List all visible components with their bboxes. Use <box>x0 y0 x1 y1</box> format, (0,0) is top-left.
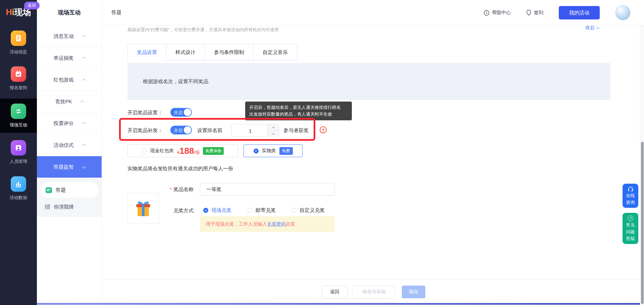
prize-name-field[interactable] <box>200 183 334 195</box>
tooltip-line: 开启后，答题结束后，若无人通关将按排行榜名 <box>249 104 348 111</box>
tab-participation-limit[interactable]: 参与条件限制 <box>205 44 254 60</box>
chevron-up-icon <box>82 144 86 147</box>
cash-prize-card[interactable]: 现金红包类 ¥188/场 免费体验 <box>127 144 238 157</box>
redeem-note-suffix: 兑奖 <box>286 221 295 227</box>
back-badge[interactable]: 返回 <box>24 2 40 9</box>
spinner-up-button[interactable] <box>268 124 279 131</box>
sidebar-item-pk[interactable]: 竞技PK <box>37 91 102 113</box>
prize-switch-toggle[interactable]: 开启 <box>170 108 192 117</box>
chevron-up-icon <box>82 57 86 60</box>
submenu-label: 答题 <box>56 187 66 193</box>
menu-label: 答题益智 <box>54 164 74 170</box>
prize-image[interactable] <box>127 193 159 224</box>
physical-card-label: 实物类 <box>262 148 276 154</box>
redeem-method-label: 兑奖方式 <box>173 207 194 214</box>
prize-name-label: 奖品名称 <box>173 186 194 193</box>
menu-label: 消息互动 <box>54 33 74 40</box>
sidebar-item-message[interactable]: 消息互动 <box>37 25 102 47</box>
chevron-up-icon <box>82 78 86 82</box>
cash-card-price: ¥188/场 <box>177 146 200 156</box>
sidebar-item-redpacket[interactable]: 红包游戏 <box>37 69 102 91</box>
rail-item-live-interaction[interactable]: 现场互动 <box>0 99 37 133</box>
menu-label: 活动仪式 <box>54 142 74 148</box>
radio-selected-icon[interactable] <box>254 148 259 154</box>
menu-label: 红包游戏 <box>54 77 74 83</box>
info-icon <box>484 10 489 16</box>
scrollbar-thumb[interactable] <box>641 142 644 304</box>
rail-label: 现场互动 <box>10 122 27 128</box>
sidebar-item-lottery[interactable]: 幸运抽奖 <box>37 47 102 69</box>
interaction-sidebar: 现场互动 消息互动 幸运抽奖 红包游戏 竞技PK 投票评分 活动仪式 答题益智 … <box>37 0 102 305</box>
toggle-knob <box>184 126 191 134</box>
reissue-suffix-label: 参与者获奖 <box>283 127 309 134</box>
rank-number-input <box>231 124 279 137</box>
paid-feature-notice: 高级设置内“付费功能”，可按需付费开通，开通后本场活动内所有轮次均可使用 <box>127 27 279 33</box>
chevron-up-icon <box>272 127 274 129</box>
faq-widget[interactable]: ? 常见 问题 答疑 <box>623 213 638 244</box>
submenu-item-guess[interactable]: 猜 你演我猜 <box>37 203 102 211</box>
chevron-down-icon <box>596 26 600 29</box>
question-mark-icon[interactable]: ? <box>320 126 327 133</box>
menu-label: 投票评分 <box>54 120 74 127</box>
rail-item-activity-info[interactable]: 活动信息 <box>0 25 37 60</box>
menu-label: 竞技PK <box>55 99 72 105</box>
rank-number-field[interactable] <box>232 124 269 137</box>
radio-unselected-icon <box>248 208 253 213</box>
sidebar-item-vote[interactable]: 投票评分 <box>37 113 102 134</box>
redeem-password-link[interactable]: 兑奖密码 <box>267 221 286 227</box>
logo-i: i <box>12 7 14 17</box>
collapse-toggle[interactable]: 收起 <box>585 25 599 31</box>
save-button[interactable]: 保存 <box>402 286 425 298</box>
avatar[interactable] <box>615 5 631 20</box>
rail-item-activity-data[interactable]: 活动数据 <box>0 171 37 205</box>
collapse-label: 收起 <box>585 25 595 31</box>
online-consult-widget[interactable]: 在线 咨询 <box>623 184 638 208</box>
sidebar-item-ceremony[interactable]: 活动仪式 <box>37 134 102 156</box>
sidebar-item-quiz-group[interactable]: 答题益智 <box>37 156 102 178</box>
redeem-option-label: 自定义兑奖 <box>300 207 325 213</box>
rail-label: 活动数据 <box>10 195 27 201</box>
save-draft-button[interactable]: 保存为草稿 <box>353 286 395 298</box>
redeem-option-label: 邮寄兑奖 <box>256 207 276 213</box>
guess-icon: 猜 <box>45 203 50 211</box>
live-interaction-icon <box>11 104 26 119</box>
activity-data-icon <box>11 176 26 192</box>
tab-custom-music[interactable]: 自定义音乐 <box>254 44 297 60</box>
chevron-up-icon <box>80 100 84 104</box>
activity-info-icon <box>11 30 26 46</box>
back-button[interactable]: 返回 <box>322 286 348 298</box>
chevron-down-icon <box>272 132 274 134</box>
personnel-icon <box>11 140 26 156</box>
physical-prize-card[interactable]: 实物类 免费 <box>244 144 303 157</box>
checkin-label: 签到 <box>534 10 543 16</box>
left-rail: Hi现场 活动信息 报名签到 现场互动 人员管理 <box>0 0 37 305</box>
redeem-option-mail[interactable]: 邮寄兑奖 <box>248 207 276 213</box>
my-activities-button[interactable]: 我的活动 <box>559 6 600 19</box>
redeem-option-onsite[interactable]: 现场兑奖 <box>203 207 231 213</box>
rail-item-personnel[interactable]: 人员管理 <box>0 135 37 169</box>
reissue-toggle[interactable]: 开启 <box>170 126 192 134</box>
bottom-accent-bar <box>37 303 644 305</box>
physical-note: 实物奖品将会发给所有通关成功的用户每人一份 <box>127 166 233 172</box>
price-unit: /场 <box>194 150 200 155</box>
location-pin-icon <box>526 10 531 16</box>
rail-label: 报名签到 <box>10 85 27 91</box>
reissue-prefix-label: 设置排名前 <box>197 127 222 134</box>
help-center-link[interactable]: 帮助中心 <box>484 10 511 16</box>
rail-item-signup-checkin[interactable]: 报名签到 <box>0 61 37 96</box>
tab-style-design[interactable]: 样式设计 <box>166 44 205 60</box>
required-asterisk: * <box>170 186 172 192</box>
checkin-link[interactable]: 签到 <box>526 10 543 16</box>
spinner-down-button[interactable] <box>268 131 279 137</box>
reissue-tooltip: 开启后，答题结束后，若无人通关将按排行榜名 次发放对应数量的奖品，有人通关时不生… <box>245 102 352 120</box>
question-circle-icon: ? <box>628 216 633 221</box>
rail-label: 人员管理 <box>10 159 27 165</box>
radio-unselected-icon[interactable] <box>142 148 147 154</box>
prize-name-input <box>200 183 335 196</box>
header-actions: 帮助中心 签到 我的活动 <box>484 0 631 25</box>
redeem-option-custom[interactable]: 自定义兑奖 <box>291 207 325 213</box>
scrollbar-track[interactable] <box>640 25 644 305</box>
submenu-item-quiz[interactable]: 答题 <box>41 182 99 198</box>
chevron-up-icon <box>82 122 86 126</box>
tab-prize-settings[interactable]: 奖品设置 <box>128 44 166 60</box>
